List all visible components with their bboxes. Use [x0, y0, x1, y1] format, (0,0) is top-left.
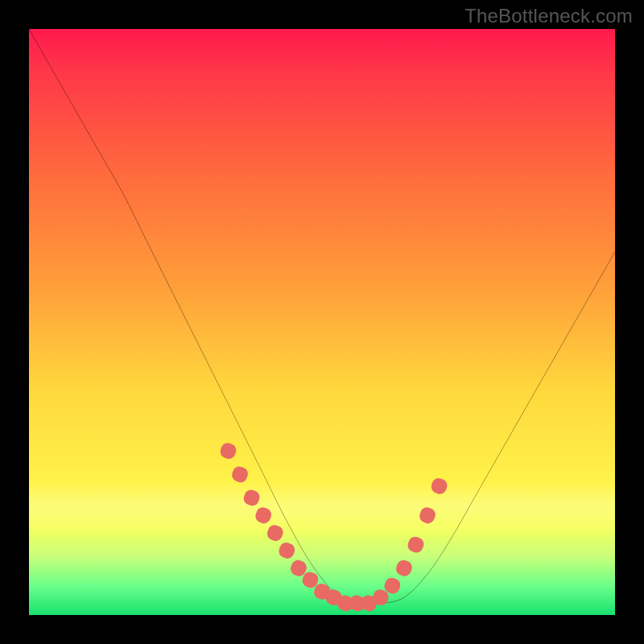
curve-marker — [254, 506, 273, 525]
curve-marker — [406, 535, 425, 555]
curve-marker — [242, 488, 262, 507]
curve-marker — [218, 441, 237, 460]
chart-frame: TheBottleneck.com — [0, 0, 644, 644]
bottleneck-curve — [29, 29, 615, 605]
chart-svg — [29, 29, 615, 615]
curve-marker — [418, 506, 437, 525]
curve-markers — [218, 441, 448, 613]
curve-marker — [277, 541, 296, 560]
plot-area — [29, 29, 615, 615]
curve-marker — [266, 523, 285, 543]
curve-marker — [429, 477, 448, 496]
curve-marker — [230, 464, 250, 484]
curve-marker — [394, 559, 414, 578]
watermark-label: TheBottleneck.com — [464, 5, 633, 27]
